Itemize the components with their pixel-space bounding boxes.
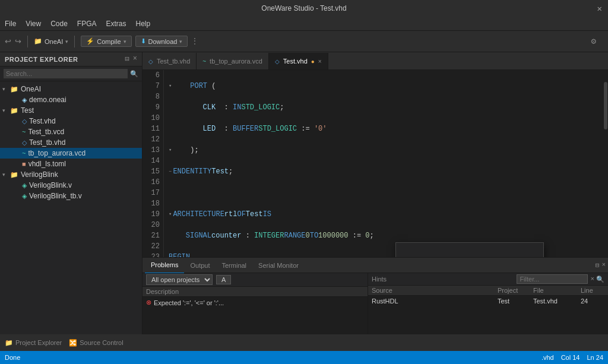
problem-line: 24 bbox=[581, 297, 604, 305]
bottom-tab-problems[interactable]: Problems bbox=[145, 258, 184, 273]
download-icon: ⬇ bbox=[141, 37, 146, 45]
tree-arrow bbox=[14, 97, 20, 103]
tab-test-tb-vhd[interactable]: ◇ Test_tb.vhd bbox=[142, 53, 197, 69]
sidebar-title: PROJECT EXPLORER bbox=[5, 56, 78, 63]
tree-item-tb-top-aurora[interactable]: ~ tb_top_aurora.vcd bbox=[0, 148, 142, 159]
tree-item-test-vhd[interactable]: ◇ Test.vhd bbox=[0, 116, 142, 126]
autocomplete-popup[interactable]: ⚡ CLK ⚡ counter C C136 C C154 bbox=[395, 242, 544, 257]
bottom-layout: All open projects A Description ⊗ Expect… bbox=[142, 273, 608, 334]
tab-tb-top-aurora-vcd[interactable]: ~ tb_top_aurora.vcd bbox=[197, 53, 269, 69]
tab-test-vhd[interactable]: ◇ Test.vhd ● × bbox=[269, 53, 328, 69]
editor-area: ◇ Test_tb.vhd ~ tb_top_aurora.vcd ◇ Test… bbox=[142, 52, 608, 334]
status-ln: Ln 24 bbox=[587, 354, 603, 361]
activity-source-control[interactable]: 🔀 Source Control bbox=[69, 339, 123, 347]
toolbar-more[interactable]: ⋮ bbox=[191, 37, 198, 46]
tree-arrow bbox=[14, 129, 20, 135]
compile-icon: ⚡ bbox=[86, 37, 94, 45]
filter-search-icon[interactable]: 🔍 bbox=[596, 276, 604, 283]
problems-panel-content: All open projects A Description ⊗ Expect… bbox=[142, 273, 608, 334]
problems-filter-button[interactable]: A bbox=[216, 275, 231, 284]
tree-label: Test_tb.vhd bbox=[29, 138, 65, 147]
bottom-tab-serial-monitor[interactable]: Serial Monitor bbox=[252, 258, 305, 273]
filter-input[interactable] bbox=[517, 274, 588, 284]
menu-fpga[interactable]: FPGA bbox=[77, 20, 97, 28]
col-project: Project bbox=[498, 287, 533, 294]
redo-button[interactable]: ↪ bbox=[15, 37, 21, 46]
search-input[interactable] bbox=[4, 69, 128, 78]
search-icon: 🔍 bbox=[130, 70, 138, 78]
tab-modified-indicator: ● bbox=[311, 58, 315, 65]
source-control-icon: 🔀 bbox=[69, 339, 77, 347]
code-content[interactable]: ▾ PORT ( CLK : IN STD_LOGIC; LED : BUFFE… bbox=[164, 70, 603, 257]
tab-label: tb_top_aurora.vcd bbox=[210, 58, 262, 65]
col-line: Line bbox=[581, 287, 604, 294]
problem-source: RustHDL bbox=[372, 297, 498, 305]
tree-label: Test.vhd bbox=[29, 117, 56, 125]
project-arrow: ▾ bbox=[65, 39, 68, 45]
gear-icon[interactable]: ⚙ bbox=[591, 36, 596, 46]
tree-item-verilogblink-folder[interactable]: ▾ 📁 VerilogBlink bbox=[0, 169, 142, 180]
code-line-8: LED : BUFFER STD_LOGIC := '0' bbox=[169, 124, 598, 134]
tree-item-test-folder[interactable]: ▾ 📁 Test bbox=[0, 105, 142, 116]
bottom-tab-output[interactable]: Output bbox=[184, 258, 216, 273]
tree-arrow bbox=[14, 182, 20, 188]
tree-arrow bbox=[14, 140, 20, 145]
menu-extras[interactable]: Extras bbox=[106, 20, 126, 28]
status-bar: Done .vhd Col 14 Ln 24 bbox=[0, 351, 608, 364]
bottom-tab-terminal[interactable]: Terminal bbox=[216, 258, 253, 273]
folder-icon: 📁 bbox=[10, 107, 18, 115]
scrollbar-right[interactable] bbox=[603, 70, 608, 257]
tab-icon: ◇ bbox=[275, 58, 280, 65]
vhd-file-icon: ◇ bbox=[22, 139, 27, 147]
tree-item-vhdl-ls-toml[interactable]: ■ vhdl_ls.toml bbox=[0, 159, 142, 169]
tree-label: OneAI bbox=[21, 85, 41, 93]
project-selector[interactable]: 📁 OneAI ▾ bbox=[34, 37, 68, 45]
menu-bar: File View Code FPGA Extras Help bbox=[0, 17, 608, 31]
tree-arrow: ▾ bbox=[2, 86, 8, 92]
panel-close-icon[interactable]: × bbox=[601, 261, 606, 269]
sidebar-collapse-icon[interactable]: ⊟ bbox=[125, 55, 129, 64]
download-button[interactable]: ⬇ Download ▾ bbox=[135, 36, 188, 47]
tree-item-verilogblink-tb-v[interactable]: ◈ VerilogBlink_tb.v bbox=[0, 191, 142, 201]
folder-icon: 📁 bbox=[10, 171, 18, 179]
window-title: OneWare Studio - Test.vhd bbox=[261, 4, 346, 12]
folder-icon: 📁 bbox=[10, 86, 18, 93]
menu-help[interactable]: Help bbox=[136, 20, 151, 28]
tree-item-oneai-folder[interactable]: ▾ 📁 OneAI bbox=[0, 84, 142, 94]
code-line-9: ▾ ); bbox=[169, 145, 598, 156]
tree-item-verilogblink-v[interactable]: ◈ VerilogBlink.v bbox=[0, 180, 142, 191]
problems-column-headers: Description bbox=[142, 287, 368, 297]
v-file-icon: ◈ bbox=[22, 192, 27, 200]
source-control-label: Source Control bbox=[80, 339, 123, 346]
tree-item-demo-oneai[interactable]: ◈ demo.oneai bbox=[0, 94, 142, 105]
problems-scope-select[interactable]: All open projects bbox=[146, 274, 213, 285]
problems-row[interactable]: ⊗ Expected ':=', '<=' or ':'... bbox=[142, 297, 368, 308]
compile-button[interactable]: ⚡ Compile ▾ bbox=[81, 36, 131, 47]
main-content: PROJECT EXPLORER ⊟ × 🔍 ▾ 📁 OneAI ◈ demo.… bbox=[0, 52, 608, 334]
problems-filter-area: All open projects A bbox=[142, 273, 368, 287]
undo-button[interactable]: ↩ bbox=[5, 37, 11, 46]
code-line-10: –END ENTITY Test; bbox=[169, 166, 598, 177]
v-file-icon: ◈ bbox=[22, 182, 27, 189]
right-column-headers: Source Project File Line bbox=[368, 286, 608, 296]
col-source: Source bbox=[372, 287, 498, 294]
menu-file[interactable]: File bbox=[5, 20, 16, 28]
close-button[interactable]: ✕ bbox=[597, 4, 602, 14]
filter-clear-icon[interactable]: × bbox=[590, 276, 594, 283]
tree-item-test-tb-vcd[interactable]: ~ Test_tb.vcd bbox=[0, 126, 142, 137]
sidebar-close-icon[interactable]: × bbox=[133, 55, 137, 64]
vcd-file-icon: ~ bbox=[22, 128, 26, 135]
project-explorer-label: Project Explorer bbox=[15, 339, 62, 346]
menu-view[interactable]: View bbox=[26, 20, 41, 28]
project-explorer-icon: 📁 bbox=[5, 339, 13, 347]
code-line-7: CLK : IN STD_LOGIC; bbox=[169, 102, 598, 113]
bottom-right-panel: Hints × 🔍 Source Project File bbox=[368, 273, 608, 334]
tree-item-test-tb-vhd[interactable]: ◇ Test_tb.vhd bbox=[0, 137, 142, 148]
menu-code[interactable]: Code bbox=[50, 20, 68, 28]
tab-close-button[interactable]: × bbox=[318, 58, 322, 65]
editor-tabs: ◇ Test_tb.vhd ~ tb_top_aurora.vcd ◇ Test… bbox=[142, 52, 608, 70]
scroll-thumb[interactable] bbox=[604, 82, 607, 129]
code-editor[interactable]: 6 7 8 9 10 11 12 13 14 15 16 17 18 19 20… bbox=[142, 70, 608, 257]
activity-project-explorer[interactable]: 📁 Project Explorer bbox=[5, 339, 62, 347]
panel-pin-icon[interactable]: ⊟ bbox=[596, 261, 600, 269]
